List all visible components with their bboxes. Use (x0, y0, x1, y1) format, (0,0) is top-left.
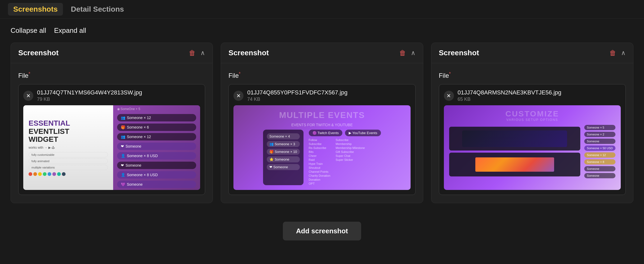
delete-icon-3[interactable]: 🗑 (609, 49, 616, 57)
file-size-3: 65 KB (458, 97, 562, 102)
card-body-1: File* ✕ 01JJ74Q7TN1YMS6G4W4Y2813SW.jpg 7… (11, 63, 213, 203)
card-header-actions-2: 🗑 ∧ (399, 49, 416, 57)
preview-image-2: MULTIPLE EVENTS EVENTS FOR TWITCH & YOUT… (233, 105, 410, 190)
file-size-2: 74 KB (247, 97, 347, 102)
card-body-3: File* ✕ 01JJ74Q8ARMSN2NAE3KBVTJE56.jpg 6… (431, 63, 633, 203)
file-upload-area-2: ✕ 01JJ74Q855Y0PFS1FVDFC7X567.jpg 74 KB M… (228, 84, 415, 195)
expand-all-button[interactable]: Expand all (54, 26, 86, 35)
card-title-1: Screenshot (18, 49, 59, 57)
card-header-2: Screenshot 🗑 ∧ (221, 43, 423, 63)
collapse-icon-2[interactable]: ∧ (411, 49, 416, 57)
tab-detail-sections[interactable]: Detail Sections (66, 3, 129, 16)
card-header-actions-1: 🗑 ∧ (189, 49, 205, 57)
file-name-3: 01JJ74Q8ARMSN2NAE3KBVTJE56.jpg (458, 89, 562, 96)
remove-file-button-3[interactable]: ✕ (444, 91, 454, 101)
delete-icon-2[interactable]: 🗑 (399, 49, 406, 57)
file-label-1: File* (18, 71, 205, 79)
screenshot-card-1: Screenshot 🗑 ∧ File* ✕ 01JJ74Q7TN1YMS6G4… (11, 43, 213, 203)
card-header-actions-3: 🗑 ∧ (609, 49, 626, 57)
card-title-3: Screenshot (439, 49, 479, 57)
preview-image-3: CUSTOMIZE VARIOUS SETUP OPTIONS Someone … (444, 105, 621, 190)
file-name-2: 01JJ74Q855Y0PFS1FVDFC7X567.jpg (247, 89, 347, 96)
remove-file-button-1[interactable]: ✕ (23, 91, 33, 101)
file-size-1: 79 KB (37, 97, 142, 102)
file-label-3: File* (439, 71, 626, 79)
file-info-row-2: ✕ 01JJ74Q855Y0PFS1FVDFC7X567.jpg 74 KB (233, 89, 410, 102)
card-body-2: File* ✕ 01JJ74Q855Y0PFS1FVDFC7X567.jpg 7… (221, 63, 423, 203)
youtube-tab[interactable]: ▶ YouTube Events (345, 130, 381, 136)
card-header-3: Screenshot 🗑 ∧ (431, 43, 633, 63)
card-title-2: Screenshot (228, 49, 269, 57)
file-upload-area-3: ✕ 01JJ74Q8ARMSN2NAE3KBVTJE56.jpg 65 KB C… (439, 84, 626, 195)
collapse-all-button[interactable]: Collapse all (11, 26, 46, 35)
delete-icon-1[interactable]: 🗑 (189, 49, 196, 57)
bottom-bar: Add screenshot (0, 214, 644, 248)
screenshots-grid: Screenshot 🗑 ∧ File* ✕ 01JJ74Q7TN1YMS6G4… (0, 40, 644, 214)
file-name-1: 01JJ74Q7TN1YMS6G4W4Y2813SW.jpg (37, 89, 142, 96)
screenshot-card-3: Screenshot 🗑 ∧ File* ✕ 01JJ74Q8ARMSN2NAE… (431, 43, 633, 203)
card-header-1: Screenshot 🗑 ∧ (11, 43, 213, 63)
collapse-icon-3[interactable]: ∧ (621, 49, 626, 57)
collapse-icon-1[interactable]: ∧ (200, 49, 205, 57)
remove-file-button-2[interactable]: ✕ (233, 91, 243, 101)
tab-screenshots[interactable]: Screenshots (8, 3, 63, 16)
add-screenshot-button[interactable]: Add screenshot (283, 222, 361, 240)
file-info-row-1: ✕ 01JJ74Q7TN1YMS6G4W4Y2813SW.jpg 79 KB (23, 89, 200, 102)
file-upload-area-1: ✕ 01JJ74Q7TN1YMS6G4W4Y2813SW.jpg 79 KB E… (18, 84, 205, 195)
tab-bar: Screenshots Detail Sections (0, 0, 644, 19)
file-label-2: File* (228, 71, 415, 79)
twitch-tab[interactable]: 🟣 Twitch Events (309, 130, 343, 136)
toolbar: Collapse all Expand all (0, 19, 644, 40)
file-info-row-3: ✕ 01JJ74Q8ARMSN2NAE3KBVTJE56.jpg 65 KB (444, 89, 621, 102)
preview-image-1: ESSENTIAL EVENTLIST WIDGET works with → … (23, 105, 200, 190)
screenshot-card-2: Screenshot 🗑 ∧ File* ✕ 01JJ74Q855Y0PFS1F… (221, 43, 423, 203)
